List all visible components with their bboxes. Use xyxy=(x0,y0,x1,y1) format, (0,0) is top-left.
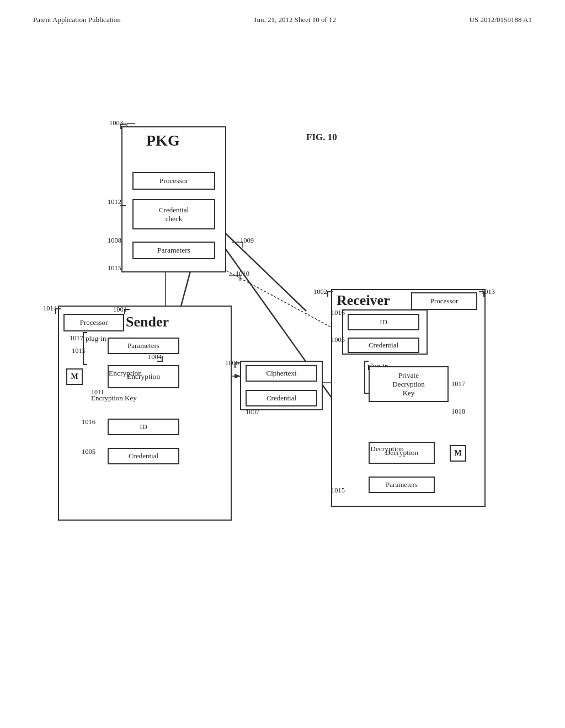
pkg-title: PKG xyxy=(146,132,180,149)
pkg-credential-check-box: Credential check xyxy=(132,199,215,229)
sender-m-box: M xyxy=(66,368,83,385)
ref-1002: 1002 xyxy=(313,288,327,296)
sender-processor-box: Processor xyxy=(63,314,124,331)
diagram-area: PKG Processor Credential check Parameter… xyxy=(0,35,565,708)
patent-header: Patent Application Publication Jun. 21, … xyxy=(0,0,565,30)
ref-1004-bracket xyxy=(157,356,163,362)
pkg-processor-box: Processor xyxy=(132,172,215,190)
middle-credential-box: Credential xyxy=(246,390,317,406)
receiver-credential-box: Credential xyxy=(348,338,419,353)
ref-1015-send: 1015 xyxy=(72,347,86,355)
ref-1001-bracket xyxy=(124,309,130,314)
receiver-decryption-box: Decryption xyxy=(369,442,435,464)
sender-title: Sender xyxy=(126,314,169,330)
ref-1002-bracket xyxy=(327,291,333,297)
header-right: US 2012/0159188 A1 xyxy=(470,15,532,24)
sender-encryption-box: Encryption xyxy=(108,365,179,388)
ref-1009: 1009 xyxy=(240,237,254,245)
receiver-m-box: M xyxy=(450,445,466,462)
ciphertext-box: Ciphertext xyxy=(246,365,317,382)
sender-plugin-label: plug-in xyxy=(86,334,106,343)
receiver-parameters-box: Parameters xyxy=(369,477,435,493)
ref-1015-recv: 1015 xyxy=(331,486,345,495)
receiver-plugin-bracket xyxy=(364,361,369,394)
sender-id-box: ID xyxy=(108,419,179,435)
pkg-parameters-box: Parameters xyxy=(132,242,215,259)
receiver-id-box: ID xyxy=(348,314,419,330)
receiver-processor-box: Processor xyxy=(411,292,477,310)
sender-credential-box: Credential xyxy=(108,448,179,464)
ref-1014-bracket xyxy=(55,308,61,314)
receiver-title: Receiver xyxy=(337,292,390,309)
ref-1005-send: 1005 xyxy=(82,448,95,456)
ref-1016-recv: 1016 xyxy=(331,309,345,317)
fig-label: FIG. 10 xyxy=(306,132,337,143)
ref-1005-recv: 1005 xyxy=(331,336,345,344)
ref-1017-recv: 1017 xyxy=(451,380,465,388)
header-center: Jun. 21, 2012 Sheet 10 of 12 xyxy=(254,15,336,24)
ref-1018: 1018 xyxy=(451,408,465,416)
ref-1016-send: 1016 xyxy=(82,418,95,426)
ref-1015-pkg: 1015 xyxy=(108,264,121,272)
receiver-pdk-box: Private Decryption Key xyxy=(369,366,449,402)
ref-1007: 1007 xyxy=(246,408,259,416)
ref-1011: 1011 xyxy=(91,388,104,397)
ref-1013-bracket xyxy=(479,291,484,297)
sender-parameters-box: Parameters xyxy=(108,338,179,354)
ref-1008: 1008 xyxy=(108,237,121,245)
ref-1006-bracket xyxy=(234,362,240,368)
header-left: Patent Application Publication xyxy=(33,15,121,24)
ref-1012: 1012 xyxy=(108,198,121,206)
ref-1003-bracket xyxy=(120,124,126,129)
ref-1012-bracket xyxy=(120,202,126,206)
ref-1017-send: 1017 xyxy=(70,334,83,342)
ref-1010: 1010 xyxy=(236,270,249,278)
